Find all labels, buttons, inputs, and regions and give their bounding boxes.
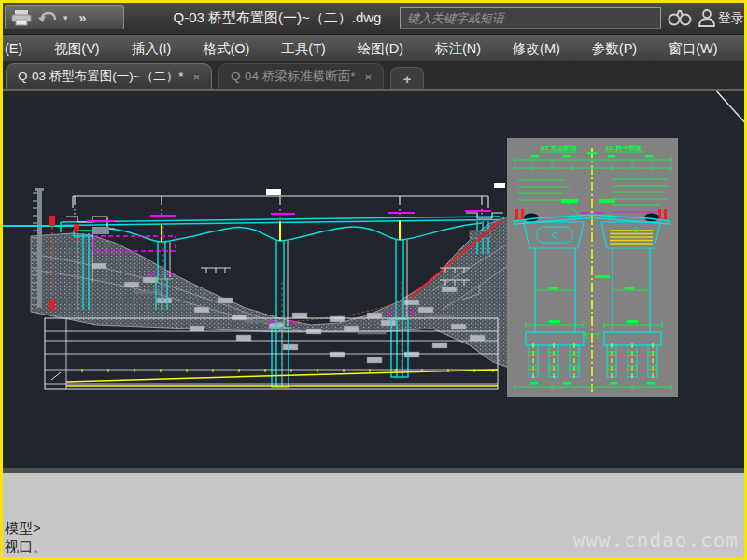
menu-item-format[interactable]: 格式(O) bbox=[187, 40, 265, 58]
menu-item-modify[interactable]: 修改(M) bbox=[497, 40, 576, 58]
tab-close-icon[interactable]: × bbox=[192, 70, 200, 84]
login-button[interactable]: 登录 bbox=[718, 10, 744, 27]
toolbar-expand-icon[interactable]: » bbox=[79, 10, 85, 25]
title-bar: ▾ » Q-03 桥型布置图(一)~（二）.dwg 键入关键字或短语 登录 bbox=[3, 3, 744, 35]
span-dimension-lines bbox=[73, 183, 505, 218]
drawing-tab-bar: Q-03 桥型布置图(一)~（二）* × Q-04 桥梁标准横断面* × + bbox=[3, 61, 744, 91]
section-title-left: 1/2 支点断面 bbox=[540, 145, 577, 152]
autocad-window: ▾ » Q-03 桥型布置图(一)~（二）.dwg 键入关键字或短语 登录 (E… bbox=[0, 0, 747, 560]
search-placeholder: 键入关键字或短语 bbox=[407, 10, 504, 27]
menu-item-parametric[interactable]: 参数(P) bbox=[576, 40, 653, 58]
menu-item-draw[interactable]: 绘图(D) bbox=[342, 40, 419, 58]
user-icon[interactable] bbox=[698, 8, 716, 31]
new-tab-button[interactable]: + bbox=[390, 67, 424, 89]
search-box[interactable]: 键入关键字或短语 bbox=[400, 7, 661, 29]
bridge-elevation-drawing: 1/2 支点断面 1/2 跨中断面 bbox=[3, 91, 744, 468]
menu-item-acrobat[interactable]: Acrobat bbox=[734, 41, 744, 56]
drawing-canvas[interactable]: 1/2 支点断面 1/2 跨中断面 bbox=[3, 91, 744, 468]
tab-close-icon[interactable]: × bbox=[365, 70, 373, 84]
undo-icon[interactable] bbox=[37, 10, 58, 25]
tab-q03-bridge-layout[interactable]: Q-03 桥型布置图(一)~（二）* × bbox=[6, 63, 212, 89]
cross-section-panel: 1/2 支点断面 1/2 跨中断面 bbox=[507, 138, 678, 397]
command-text-line: 模型> bbox=[5, 519, 41, 537]
menu-bar: (E) 视图(V) 插入(I) 格式(O) 工具(T) 绘图(D) 标注(N) … bbox=[3, 35, 744, 62]
tab-label: Q-03 桥型布置图(一)~（二）* bbox=[18, 68, 183, 85]
watermark: www.cndao.com bbox=[573, 529, 739, 552]
command-area[interactable]: 模型> 视口。 www.cndao.com bbox=[3, 473, 744, 557]
menu-item-view[interactable]: 视图(V) bbox=[38, 40, 115, 58]
corner-leader-line bbox=[714, 91, 744, 125]
abutments bbox=[66, 213, 503, 238]
section-title-right: 1/2 跨中断面 bbox=[605, 144, 642, 152]
document-title: Q-03 桥型布置图(一)~（二）.dwg bbox=[152, 9, 402, 27]
tab-q04-standard-cross-section[interactable]: Q-04 桥梁标准横断面* × bbox=[218, 63, 384, 89]
command-text-line: 视口。 bbox=[5, 538, 47, 555]
menu-item-edit[interactable]: (E) bbox=[3, 41, 38, 56]
menu-item-insert[interactable]: 插入(I) bbox=[116, 40, 188, 58]
plot-printer-icon[interactable] bbox=[11, 9, 32, 26]
tab-label: Q-04 桥梁标准横断面* bbox=[231, 68, 356, 85]
quick-access-toolbar[interactable]: ▾ » bbox=[5, 5, 124, 30]
search-binoculars-icon[interactable] bbox=[668, 8, 692, 31]
menu-item-window[interactable]: 窗口(W) bbox=[653, 40, 733, 58]
menu-item-dimension[interactable]: 标注(N) bbox=[419, 40, 497, 58]
undo-dropdown-caret[interactable]: ▾ bbox=[63, 13, 68, 22]
menu-item-tools[interactable]: 工具(T) bbox=[265, 40, 342, 58]
